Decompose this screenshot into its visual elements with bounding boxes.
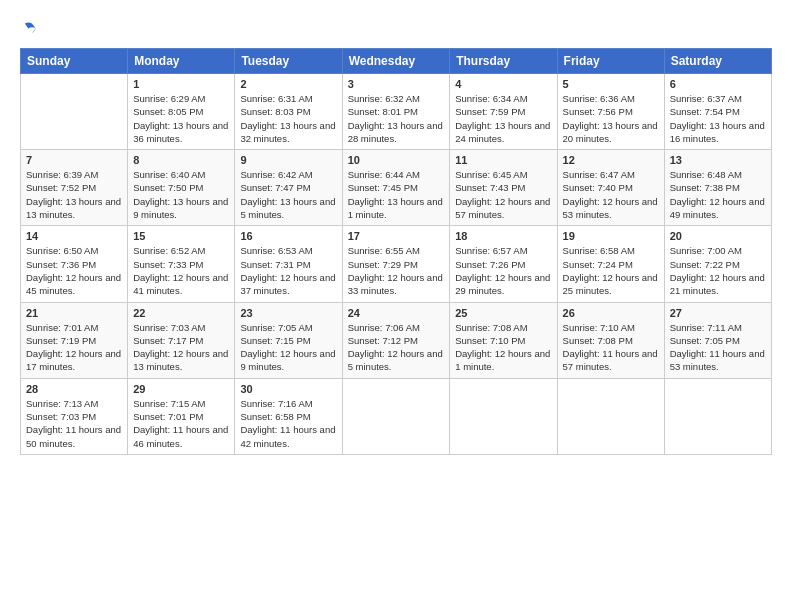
day-number: 5 xyxy=(563,78,659,90)
day-number: 15 xyxy=(133,230,229,242)
day-number: 6 xyxy=(670,78,766,90)
day-number: 2 xyxy=(240,78,336,90)
calendar-cell xyxy=(664,378,771,454)
day-number: 23 xyxy=(240,307,336,319)
weekday-wednesday: Wednesday xyxy=(342,49,450,74)
cell-info: Sunrise: 7:16 AMSunset: 6:58 PMDaylight:… xyxy=(240,397,336,450)
cell-info: Sunrise: 6:29 AMSunset: 8:05 PMDaylight:… xyxy=(133,92,229,145)
calendar-cell: 29 Sunrise: 7:15 AMSunset: 7:01 PMDaylig… xyxy=(128,378,235,454)
day-number: 10 xyxy=(348,154,445,166)
calendar-cell: 23 Sunrise: 7:05 AMSunset: 7:15 PMDaylig… xyxy=(235,302,342,378)
calendar-cell: 9 Sunrise: 6:42 AMSunset: 7:47 PMDayligh… xyxy=(235,150,342,226)
cell-info: Sunrise: 6:48 AMSunset: 7:38 PMDaylight:… xyxy=(670,168,766,221)
day-number: 17 xyxy=(348,230,445,242)
calendar-cell xyxy=(450,378,557,454)
calendar-week-1: 7 Sunrise: 6:39 AMSunset: 7:52 PMDayligh… xyxy=(21,150,772,226)
calendar-cell: 1 Sunrise: 6:29 AMSunset: 8:05 PMDayligh… xyxy=(128,74,235,150)
day-number: 1 xyxy=(133,78,229,90)
weekday-sunday: Sunday xyxy=(21,49,128,74)
calendar-cell: 22 Sunrise: 7:03 AMSunset: 7:17 PMDaylig… xyxy=(128,302,235,378)
day-number: 22 xyxy=(133,307,229,319)
calendar-cell: 8 Sunrise: 6:40 AMSunset: 7:50 PMDayligh… xyxy=(128,150,235,226)
calendar-cell xyxy=(557,378,664,454)
cell-info: Sunrise: 6:58 AMSunset: 7:24 PMDaylight:… xyxy=(563,244,659,297)
weekday-thursday: Thursday xyxy=(450,49,557,74)
day-number: 28 xyxy=(26,383,122,395)
calendar-week-2: 14 Sunrise: 6:50 AMSunset: 7:36 PMDaylig… xyxy=(21,226,772,302)
calendar-cell: 3 Sunrise: 6:32 AMSunset: 8:01 PMDayligh… xyxy=(342,74,450,150)
calendar-cell: 11 Sunrise: 6:45 AMSunset: 7:43 PMDaylig… xyxy=(450,150,557,226)
cell-info: Sunrise: 6:42 AMSunset: 7:47 PMDaylight:… xyxy=(240,168,336,221)
cell-info: Sunrise: 7:05 AMSunset: 7:15 PMDaylight:… xyxy=(240,321,336,374)
day-number: 30 xyxy=(240,383,336,395)
logo-icon xyxy=(20,20,38,38)
calendar-cell: 14 Sunrise: 6:50 AMSunset: 7:36 PMDaylig… xyxy=(21,226,128,302)
calendar-cell: 2 Sunrise: 6:31 AMSunset: 8:03 PMDayligh… xyxy=(235,74,342,150)
cell-info: Sunrise: 7:06 AMSunset: 7:12 PMDaylight:… xyxy=(348,321,445,374)
day-number: 25 xyxy=(455,307,551,319)
day-number: 7 xyxy=(26,154,122,166)
calendar-cell: 25 Sunrise: 7:08 AMSunset: 7:10 PMDaylig… xyxy=(450,302,557,378)
day-number: 26 xyxy=(563,307,659,319)
calendar-cell: 13 Sunrise: 6:48 AMSunset: 7:38 PMDaylig… xyxy=(664,150,771,226)
day-number: 20 xyxy=(670,230,766,242)
cell-info: Sunrise: 7:10 AMSunset: 7:08 PMDaylight:… xyxy=(563,321,659,374)
cell-info: Sunrise: 6:55 AMSunset: 7:29 PMDaylight:… xyxy=(348,244,445,297)
cell-info: Sunrise: 7:13 AMSunset: 7:03 PMDaylight:… xyxy=(26,397,122,450)
day-number: 13 xyxy=(670,154,766,166)
calendar-cell: 10 Sunrise: 6:44 AMSunset: 7:45 PMDaylig… xyxy=(342,150,450,226)
logo xyxy=(20,20,40,38)
day-number: 12 xyxy=(563,154,659,166)
cell-info: Sunrise: 6:37 AMSunset: 7:54 PMDaylight:… xyxy=(670,92,766,145)
calendar-cell: 17 Sunrise: 6:55 AMSunset: 7:29 PMDaylig… xyxy=(342,226,450,302)
calendar-cell: 4 Sunrise: 6:34 AMSunset: 7:59 PMDayligh… xyxy=(450,74,557,150)
cell-info: Sunrise: 7:03 AMSunset: 7:17 PMDaylight:… xyxy=(133,321,229,374)
cell-info: Sunrise: 6:36 AMSunset: 7:56 PMDaylight:… xyxy=(563,92,659,145)
calendar-cell: 6 Sunrise: 6:37 AMSunset: 7:54 PMDayligh… xyxy=(664,74,771,150)
calendar-week-4: 28 Sunrise: 7:13 AMSunset: 7:03 PMDaylig… xyxy=(21,378,772,454)
calendar-body: 1 Sunrise: 6:29 AMSunset: 8:05 PMDayligh… xyxy=(21,74,772,455)
cell-info: Sunrise: 6:31 AMSunset: 8:03 PMDaylight:… xyxy=(240,92,336,145)
cell-info: Sunrise: 6:52 AMSunset: 7:33 PMDaylight:… xyxy=(133,244,229,297)
weekday-monday: Monday xyxy=(128,49,235,74)
calendar-week-3: 21 Sunrise: 7:01 AMSunset: 7:19 PMDaylig… xyxy=(21,302,772,378)
day-number: 14 xyxy=(26,230,122,242)
weekday-friday: Friday xyxy=(557,49,664,74)
day-number: 11 xyxy=(455,154,551,166)
page: SundayMondayTuesdayWednesdayThursdayFrid… xyxy=(0,0,792,612)
calendar-cell: 7 Sunrise: 6:39 AMSunset: 7:52 PMDayligh… xyxy=(21,150,128,226)
cell-info: Sunrise: 7:15 AMSunset: 7:01 PMDaylight:… xyxy=(133,397,229,450)
calendar-cell: 18 Sunrise: 6:57 AMSunset: 7:26 PMDaylig… xyxy=(450,226,557,302)
calendar-cell: 12 Sunrise: 6:47 AMSunset: 7:40 PMDaylig… xyxy=(557,150,664,226)
cell-info: Sunrise: 6:32 AMSunset: 8:01 PMDaylight:… xyxy=(348,92,445,145)
calendar-cell: 16 Sunrise: 6:53 AMSunset: 7:31 PMDaylig… xyxy=(235,226,342,302)
cell-info: Sunrise: 6:57 AMSunset: 7:26 PMDaylight:… xyxy=(455,244,551,297)
calendar-cell: 21 Sunrise: 7:01 AMSunset: 7:19 PMDaylig… xyxy=(21,302,128,378)
day-number: 3 xyxy=(348,78,445,90)
calendar-cell: 20 Sunrise: 7:00 AMSunset: 7:22 PMDaylig… xyxy=(664,226,771,302)
cell-info: Sunrise: 6:45 AMSunset: 7:43 PMDaylight:… xyxy=(455,168,551,221)
calendar-cell: 15 Sunrise: 6:52 AMSunset: 7:33 PMDaylig… xyxy=(128,226,235,302)
cell-info: Sunrise: 6:47 AMSunset: 7:40 PMDaylight:… xyxy=(563,168,659,221)
calendar-cell xyxy=(21,74,128,150)
day-number: 29 xyxy=(133,383,229,395)
cell-info: Sunrise: 6:50 AMSunset: 7:36 PMDaylight:… xyxy=(26,244,122,297)
day-number: 16 xyxy=(240,230,336,242)
calendar-table: SundayMondayTuesdayWednesdayThursdayFrid… xyxy=(20,48,772,455)
weekday-tuesday: Tuesday xyxy=(235,49,342,74)
cell-info: Sunrise: 6:39 AMSunset: 7:52 PMDaylight:… xyxy=(26,168,122,221)
calendar-cell: 30 Sunrise: 7:16 AMSunset: 6:58 PMDaylig… xyxy=(235,378,342,454)
calendar-cell: 26 Sunrise: 7:10 AMSunset: 7:08 PMDaylig… xyxy=(557,302,664,378)
day-number: 8 xyxy=(133,154,229,166)
cell-info: Sunrise: 6:34 AMSunset: 7:59 PMDaylight:… xyxy=(455,92,551,145)
cell-info: Sunrise: 6:40 AMSunset: 7:50 PMDaylight:… xyxy=(133,168,229,221)
cell-info: Sunrise: 7:08 AMSunset: 7:10 PMDaylight:… xyxy=(455,321,551,374)
header xyxy=(20,16,772,38)
calendar-cell: 5 Sunrise: 6:36 AMSunset: 7:56 PMDayligh… xyxy=(557,74,664,150)
calendar-cell: 27 Sunrise: 7:11 AMSunset: 7:05 PMDaylig… xyxy=(664,302,771,378)
weekday-header-row: SundayMondayTuesdayWednesdayThursdayFrid… xyxy=(21,49,772,74)
cell-info: Sunrise: 7:01 AMSunset: 7:19 PMDaylight:… xyxy=(26,321,122,374)
calendar-cell xyxy=(342,378,450,454)
calendar-week-0: 1 Sunrise: 6:29 AMSunset: 8:05 PMDayligh… xyxy=(21,74,772,150)
day-number: 18 xyxy=(455,230,551,242)
